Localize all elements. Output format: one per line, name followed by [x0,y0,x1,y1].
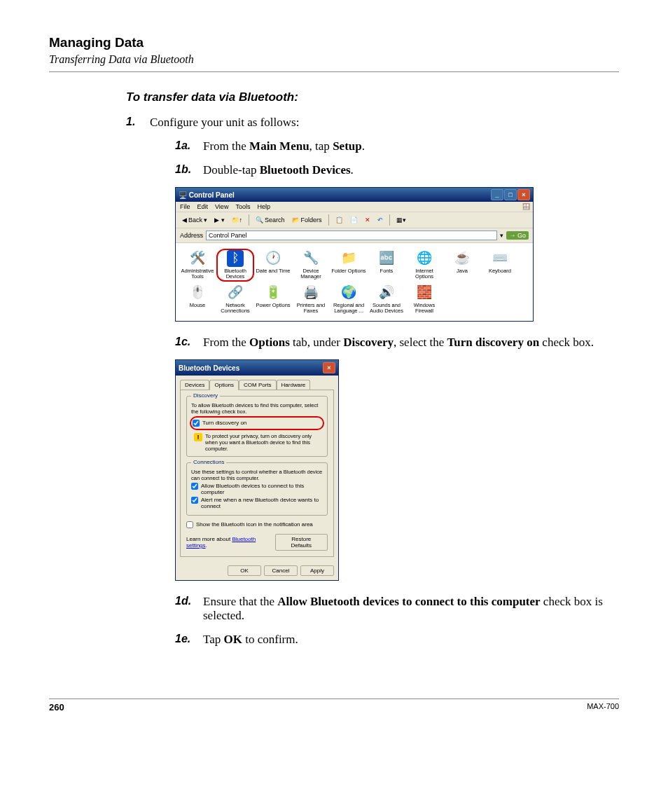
delete-icon[interactable]: ✕ [363,216,373,224]
checkbox-input[interactable] [191,497,198,504]
figure-control-panel: 🖥️ Control Panel _ □ × File Edit View To… [175,187,619,322]
item-label: Device Manager [293,268,328,280]
section-subtitle: Transferring Data via Bluetooth [49,53,619,66]
control-panel-item[interactable]: 🌍Regional and Language ... [330,283,368,316]
titlebar: 🖥️ Control Panel _ □ × [176,188,533,202]
go-button[interactable]: → Go [506,231,529,240]
checkbox-input[interactable] [193,420,200,427]
item-icon: ☕ [454,250,471,267]
address-dropdown-icon[interactable]: ▾ [500,232,503,239]
minimize-button[interactable]: _ [491,189,503,200]
control-panel-item[interactable]: 🛠️Administrative Tools [179,249,216,282]
back-button[interactable]: ◀ Back ▾ [180,216,209,224]
substep-number: 1c. [175,336,203,350]
group-title: Connections [191,459,226,465]
tabs: Devices Options COM Ports Hardware [176,376,338,390]
item-label: Keyboard [489,268,511,274]
connections-intro: Use these settings to control whether a … [191,469,323,481]
alert-new-device-checkbox[interactable]: Alert me when a new Bluetooth device wan… [191,497,323,509]
group-title: Discovery [191,392,220,399]
undo-icon[interactable]: ↶ [375,216,385,224]
control-panel-item[interactable]: 🖨️Printers and Faxes [292,283,330,316]
views-button[interactable]: ▦▾ [394,216,408,224]
window-title: Control Panel [189,191,490,199]
header-rule [49,71,619,72]
tab-panel: Discovery To allow Bluetooth devices to … [180,390,334,557]
toolbar-icon[interactable]: 📋 [333,216,345,224]
maximize-button[interactable]: □ [504,189,517,200]
menu-file[interactable]: File [180,203,190,210]
substep-text: From the Options tab, under Discovery, s… [203,336,619,350]
control-panel-item[interactable]: 🔧Device Manager [292,249,330,282]
item-icon: 🖨️ [302,284,319,301]
forward-button[interactable]: ▶ ▾ [212,216,227,224]
control-panel-body: 🛠️Administrative ToolsᛒBluetooth Devices… [176,243,533,321]
folders-button[interactable]: 📂 Folders [290,216,324,224]
restore-defaults-button[interactable]: Restore Defaults [275,534,328,551]
app-icon: 🖥️ [179,191,189,199]
control-panel-item[interactable]: 🔗Network Connections [216,283,254,316]
dialog-buttons: OK Cancel Apply [176,561,338,580]
menu-help[interactable]: Help [257,203,270,210]
control-panel-item[interactable]: ☕Java [443,249,481,282]
control-panel-item[interactable]: 🔋Power Options [254,283,292,316]
control-panel-item[interactable]: ᛒBluetooth Devices [216,249,254,282]
item-icon: ⌨️ [492,250,508,267]
item-label: Administrative Tools [180,268,215,280]
item-icon: 🛠️ [189,250,206,267]
discovery-intro: To allow Bluetooth devices to find this … [191,402,323,415]
menu-tools[interactable]: Tools [235,203,250,210]
address-label: Address [180,232,203,239]
control-panel-item[interactable]: 🔤Fonts [368,249,405,282]
substep-text: Double-tap Bluetooth Devices. [203,163,619,177]
control-panel-item[interactable]: 🧱Windows Firewall [405,283,443,316]
tab-com-ports[interactable]: COM Ports [239,380,277,390]
control-panel-item[interactable]: 📁Folder Options [330,249,368,282]
menu-view[interactable]: View [215,203,228,210]
close-button[interactable]: × [517,189,530,200]
item-icon: 🔤 [378,250,395,267]
checkbox-input[interactable] [186,521,193,528]
up-button[interactable]: 📁↑ [230,216,245,224]
discovery-warning: ! To protect your privacy, turn on disco… [191,433,323,452]
control-panel-item[interactable]: 🔊Sounds and Audio Devices [368,283,405,316]
item-label: Network Connections [218,303,253,315]
connections-group: Connections Use these settings to contro… [186,462,328,516]
addressbar: Address ▾ → Go [176,228,533,243]
item-icon: 🔋 [265,284,281,301]
toolbar-icon[interactable]: 📄 [348,216,360,224]
control-panel-window: 🖥️ Control Panel _ □ × File Edit View To… [175,187,534,322]
apply-button[interactable]: Apply [300,565,334,576]
turn-discovery-on-checkbox[interactable]: Turn discovery on [193,420,321,427]
windows-flag-icon: 🪟 [522,203,530,210]
substep-number: 1d. [175,595,203,623]
model-code: MAX-700 [587,702,619,713]
address-input[interactable] [206,230,497,240]
search-button[interactable]: 🔍 Search [253,216,287,224]
ok-button[interactable]: OK [228,565,261,576]
item-label: Internet Options [407,268,442,280]
allow-connect-checkbox[interactable]: Allow Bluetooth devices to connect to th… [191,483,323,495]
control-panel-item[interactable]: 🖱️Mouse [179,283,216,316]
tab-options[interactable]: Options [209,380,239,390]
menu-edit[interactable]: Edit [197,203,209,210]
item-label: Regional and Language ... [331,303,366,315]
tab-hardware[interactable]: Hardware [277,380,311,390]
control-panel-item[interactable]: ⌨️Keyboard [481,249,519,282]
tab-devices[interactable]: Devices [180,380,209,390]
cancel-button[interactable]: Cancel [264,565,298,576]
checkbox-input[interactable] [191,483,198,490]
control-panel-item[interactable]: 🕐Date and Time [254,249,292,282]
page-number: 260 [49,702,64,713]
substep-number: 1a. [175,139,203,153]
item-icon: 🕐 [265,250,281,267]
show-icon-checkbox[interactable]: Show the Bluetooth icon in the notificat… [186,521,328,528]
control-panel-item[interactable]: 🌐Internet Options [405,249,443,282]
toolbar: ◀ Back ▾ ▶ ▾ 📁↑ 🔍 Search 📂 Folders 📋 📄 ✕… [176,212,533,228]
close-button[interactable]: × [323,362,335,373]
substep-number: 1b. [175,163,203,177]
window-title: Bluetooth Devices [179,364,322,372]
item-icon: 🔗 [227,284,244,301]
item-label: Java [457,268,468,274]
item-label: Folder Options [331,268,366,274]
